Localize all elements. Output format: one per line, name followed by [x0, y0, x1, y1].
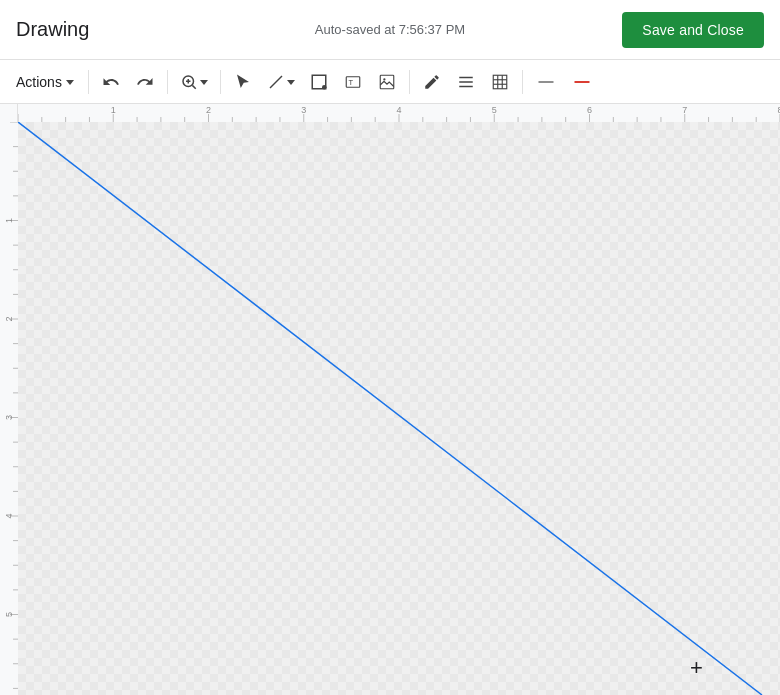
- toolbar-divider-2: [167, 70, 168, 94]
- line-color-icon: [571, 73, 593, 91]
- shape-icon: [310, 73, 328, 91]
- image-icon: [378, 73, 396, 91]
- svg-line-4: [270, 76, 282, 88]
- svg-point-6: [322, 85, 327, 90]
- ruler-v-canvas: [0, 122, 18, 695]
- actions-label: Actions: [16, 74, 62, 90]
- redo-icon: [136, 73, 154, 91]
- toolbar-divider-5: [522, 70, 523, 94]
- autosave-status: Auto-saved at 7:56:37 PM: [315, 22, 465, 37]
- ruler-h-canvas: [18, 104, 780, 122]
- line-chevron-icon: [287, 80, 295, 85]
- header: Drawing Auto-saved at 7:56:37 PM Save an…: [0, 0, 780, 60]
- vertical-ruler: [0, 104, 18, 695]
- toolbar-divider-3: [220, 70, 221, 94]
- line-color-button[interactable]: [565, 66, 599, 98]
- line-weight-icon: [535, 73, 557, 91]
- pen-icon: [423, 73, 441, 91]
- select-icon: [234, 73, 252, 91]
- drawn-line: [18, 122, 762, 695]
- select-button[interactable]: [227, 66, 259, 98]
- line-weight-button[interactable]: [529, 66, 563, 98]
- svg-line-1: [192, 85, 195, 88]
- zoom-icon: [180, 73, 198, 91]
- undo-button[interactable]: [95, 66, 127, 98]
- svg-rect-14: [493, 75, 507, 89]
- table-button[interactable]: [484, 66, 516, 98]
- app-title: Drawing: [16, 18, 89, 41]
- zoom-button[interactable]: [174, 66, 214, 98]
- undo-icon: [102, 73, 120, 91]
- horizontal-ruler: [18, 104, 780, 122]
- drawing-svg: [18, 122, 780, 695]
- svg-rect-9: [380, 75, 394, 89]
- drawing-canvas[interactable]: +: [18, 122, 780, 695]
- svg-text:T: T: [348, 78, 353, 87]
- shape-button[interactable]: [303, 66, 335, 98]
- image-button[interactable]: [371, 66, 403, 98]
- canvas-area[interactable]: +: [0, 104, 780, 695]
- zoom-chevron-icon: [200, 80, 208, 85]
- line-tool-icon: [267, 73, 285, 91]
- text-box-icon: T: [344, 73, 362, 91]
- line-tool-button[interactable]: [261, 66, 301, 98]
- align-icon: [457, 73, 475, 91]
- align-button[interactable]: [450, 66, 482, 98]
- save-close-button[interactable]: Save and Close: [622, 12, 764, 48]
- redo-button[interactable]: [129, 66, 161, 98]
- table-icon: [491, 73, 509, 91]
- crosshair-cursor: +: [690, 657, 703, 679]
- chevron-down-icon: [66, 80, 74, 85]
- actions-menu-button[interactable]: Actions: [8, 66, 82, 98]
- toolbar: Actions: [0, 60, 780, 104]
- toolbar-divider-1: [88, 70, 89, 94]
- pen-button[interactable]: [416, 66, 448, 98]
- svg-point-10: [383, 78, 385, 80]
- toolbar-divider-4: [409, 70, 410, 94]
- text-box-button[interactable]: T: [337, 66, 369, 98]
